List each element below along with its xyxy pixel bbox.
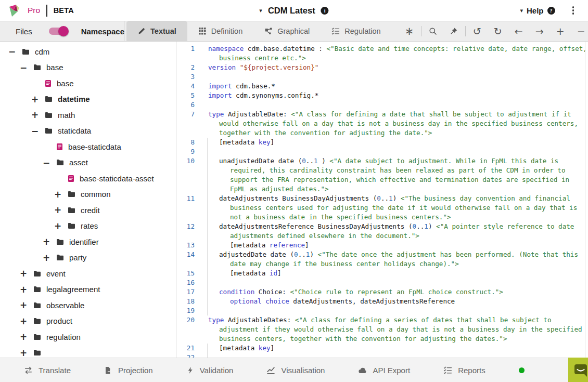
minus-expander-icon[interactable]: − [20,62,33,73]
plus-expander-icon[interactable]: + [54,205,68,215]
tree-item-label: cdm [35,47,49,56]
footer-item-validation[interactable]: Validation [186,366,234,375]
search-button[interactable] [423,27,443,35]
line-number: 19 [177,306,201,315]
plus-expander-icon[interactable]: + [43,236,56,247]
plus-expander-icon[interactable]: + [20,300,33,310]
pin-button[interactable] [443,27,464,35]
code-text [201,353,588,358]
tree-item-legalagreement[interactable]: +legalagreement [0,282,176,298]
main-content: −cdm−basebase+datetime+math−staticdataba… [0,42,588,358]
plus-expander-icon[interactable]: + [43,253,56,263]
file-icon [68,175,74,182]
tab-label: Graphical [277,27,310,35]
code-line-22: 22 [177,353,588,358]
code-line-14: 14adjustedDate date (0..1) <"The date on… [177,250,588,269]
code-text: unadjustedDate date (0..1 ) <"A date sub… [201,156,588,194]
tree-item-regulation[interactable]: +regulation [0,329,176,345]
plus-button[interactable]: + [550,25,571,37]
plus-expander-icon[interactable]: + [20,284,33,295]
tab-definition[interactable]: Definition [187,21,253,41]
tree-item-credit[interactable]: +credit [0,202,176,218]
tree-item-datetime[interactable]: +datetime [0,91,176,108]
footer-item-api-export[interactable]: API Export [358,366,410,375]
tab-graphical[interactable]: Graphical [253,21,321,41]
help-menu[interactable]: ▾ Help ? [520,6,555,15]
app-logo-icon[interactable] [7,4,21,18]
tree-item-label: observable [46,301,84,310]
tree-item-label: regulation [46,333,81,341]
tree-item-label: common [81,190,111,199]
line-number: 13 [177,241,201,250]
tree-item-label: base [46,63,63,72]
tree-item-label: legalagreement [46,285,100,294]
minus-button[interactable]: − [571,25,588,37]
tree-item-product[interactable]: +product [0,313,176,330]
code-line-1: 1namespace cdm.base.datetime : <"Basic d… [177,44,588,63]
folder-icon [33,302,41,309]
files-label: Files [16,27,32,36]
tree-item-label: credit [81,206,100,215]
tree-item-label: base-staticdata-asset [80,174,154,183]
code-editor[interactable]: 1namespace cdm.base.datetime : <"Basic d… [177,42,588,358]
plus-expander-icon[interactable]: + [20,268,33,279]
arrow-left-button[interactable]: ← [508,25,529,37]
plus-expander-icon[interactable]: + [54,189,68,200]
tree-item-base-staticdata[interactable]: base-staticdata [0,139,176,155]
minus-expander-icon[interactable]: − [31,126,45,136]
overflow-menu-icon[interactable] [571,5,576,16]
footer-item-visualisation[interactable]: Visualisation [266,366,325,375]
folder-icon [56,159,64,166]
tree-item-observable[interactable]: +observable [0,297,176,313]
tree-item-label: identifier [69,238,99,246]
tree-item-math[interactable]: +math [0,107,176,123]
code-line-21: 21[metadata key] [177,344,588,353]
plus-expander-icon[interactable]: + [31,94,45,104]
plus-expander-icon[interactable]: + [31,110,45,120]
tree-item-base[interactable]: −base [0,60,176,76]
folder-icon [33,286,41,293]
chevron-down-icon: ▾ [259,7,262,14]
tree-item-base[interactable]: base [0,75,176,91]
redo-button[interactable]: ↻ [488,25,508,37]
plus-expander-icon[interactable]: + [54,221,68,231]
bottom-bar-items: TranslateProjectionValidationVisualisati… [24,366,485,375]
tree-item-event[interactable]: +event [0,266,176,282]
chat-widget[interactable] [568,358,588,382]
footer-item-translate[interactable]: Translate [24,366,71,375]
plus-expander-icon[interactable]: + [20,332,33,342]
tree-item-label: math [58,111,75,120]
brand-divider [46,5,47,17]
tree-item-cdm[interactable]: −cdm [0,44,176,60]
tab-regulation[interactable]: Regulation [321,21,391,41]
plus-expander-icon[interactable]: + [20,316,33,326]
tree-item-staticdata[interactable]: −staticdata [0,123,176,139]
tree-item-party[interactable]: +party [0,250,176,266]
footer-item-label: API Export [373,366,410,375]
tree-item-base-staticdata-asset[interactable]: base-staticdata-asset [0,170,176,187]
tree-item-rates[interactable]: +rates [0,218,176,234]
footer-item-reports[interactable]: Reports [443,366,485,375]
info-icon[interactable]: i [321,7,329,15]
chat-bubble-icon [573,362,588,378]
tree-item-common[interactable]: +common [0,187,176,203]
project-selector[interactable]: ▾ CDM Latest i [259,6,328,16]
graph-icon [264,27,273,35]
arrow-right-button[interactable]: → [529,25,550,37]
plus-expander-icon[interactable]: + [20,348,33,358]
tree-item-clipped[interactable]: + [0,345,176,358]
footer-item-projection[interactable]: Projection [104,366,153,375]
files-namespace-toggle[interactable] [49,28,67,35]
toolbar-divider [421,26,421,36]
code-line-12: 12dateAdjustmentsReference BusinessDayAd… [177,222,588,241]
folder-icon [45,127,53,134]
code-text: [metadata key] [201,344,588,353]
tree-item-identifier[interactable]: +identifier [0,234,176,250]
tab-textual[interactable]: Textual [126,21,187,41]
tree-item-asset[interactable]: −asset [0,155,176,171]
minus-expander-icon[interactable]: − [8,46,22,57]
asterisk-button[interactable]: ∗ [399,25,420,37]
code-text: dateAdjustments BusinessDayAdjustments (… [201,194,588,222]
minus-expander-icon[interactable]: − [43,157,56,168]
undo-button[interactable]: ↺ [467,25,488,37]
